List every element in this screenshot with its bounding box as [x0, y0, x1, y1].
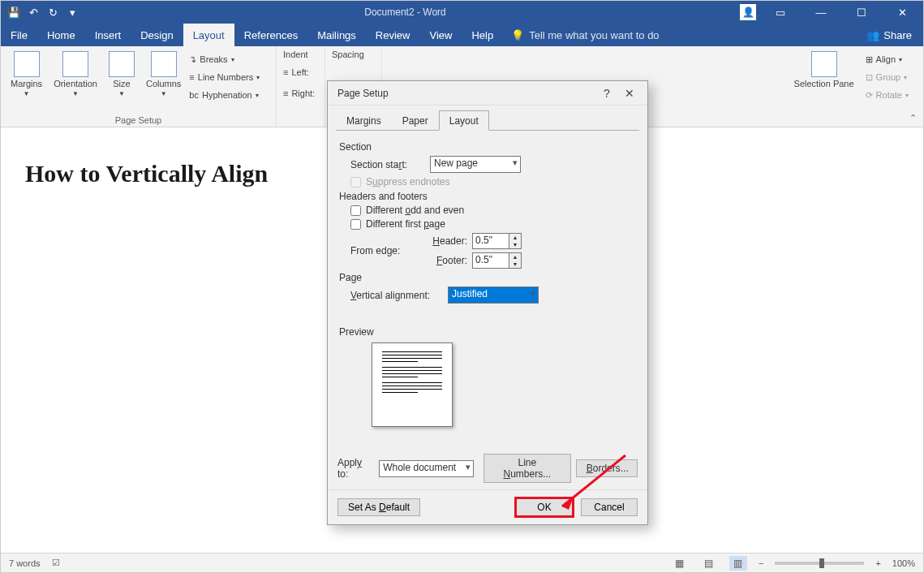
line-numbers-button-dlg[interactable]: Line Numbers...	[483, 454, 571, 483]
line-numbers-button[interactable]: ≡Line Numbers▾	[189, 69, 260, 85]
collapse-ribbon-icon[interactable]: ⌃	[909, 113, 917, 123]
header-label: Header:	[430, 235, 467, 247]
cancel-button[interactable]: Cancel	[581, 498, 638, 516]
footer-value[interactable]: 0.5"	[472, 252, 509, 269]
header-value[interactable]: 0.5"	[472, 233, 509, 249]
tab-file[interactable]: File	[1, 24, 37, 46]
ok-button[interactable]: OK	[516, 498, 573, 516]
share-button[interactable]: 👥 Share	[866, 29, 923, 41]
tab-references[interactable]: References	[234, 24, 307, 46]
columns-label: Columns	[146, 79, 181, 88]
chevron-down-icon: ▼	[118, 90, 125, 97]
qat-customize-icon[interactable]: ▾	[66, 6, 79, 19]
diff-odd-even-checkbox[interactable]	[350, 205, 361, 216]
tell-me-label: Tell me what you want to do	[529, 29, 659, 41]
margins-button[interactable]: Margins▼	[7, 50, 45, 99]
indent-left[interactable]: ≡Left:	[283, 64, 309, 80]
indent-right[interactable]: ≡Right:	[283, 85, 315, 101]
hyphenation-button[interactable]: bcHyphenation▾	[189, 87, 260, 103]
footer-label: Footer:	[430, 255, 467, 266]
zoom-level[interactable]: 100%	[892, 558, 915, 568]
borders-button[interactable]: Borders...	[576, 459, 638, 477]
diff-odd-even-label: Different odd and even	[366, 205, 464, 216]
word-count[interactable]: 7 words	[9, 558, 41, 568]
header-spinner[interactable]: 0.5"▲▼	[472, 233, 522, 249]
apply-to-select[interactable]: Whole document	[379, 460, 474, 477]
read-mode-icon[interactable]: ▦	[671, 556, 689, 571]
indent-right-label: Right:	[291, 88, 315, 98]
close-icon[interactable]: ✕	[886, 1, 918, 24]
dialog-tab-margins[interactable]: Margins	[336, 110, 392, 131]
columns-button[interactable]: Columns▼	[143, 50, 184, 99]
dialog-tab-layout[interactable]: Layout	[439, 110, 489, 131]
tab-layout[interactable]: Layout	[183, 24, 234, 46]
tab-home[interactable]: Home	[37, 24, 85, 46]
set-as-default-button[interactable]: Set As Default	[337, 498, 420, 516]
minimize-icon[interactable]: —	[805, 1, 837, 24]
vertical-alignment-label: Vertical alignment:	[350, 290, 441, 301]
section-start-select[interactable]: New page	[430, 156, 521, 173]
breaks-icon: ↴	[189, 54, 196, 65]
zoom-in-icon[interactable]: +	[875, 558, 880, 568]
user-avatar-icon[interactable]: 👤	[740, 4, 756, 20]
orientation-button[interactable]: Orientation▼	[50, 50, 101, 99]
align-button[interactable]: ⊞Align▾	[866, 51, 909, 67]
spacing-label: Spacing	[332, 50, 364, 59]
redo-icon[interactable]: ↻	[46, 6, 59, 19]
save-icon[interactable]: 💾	[7, 6, 20, 19]
spin-up-icon[interactable]: ▲	[509, 234, 521, 241]
line-numbers-icon: ≡	[189, 72, 194, 82]
diff-first-page-checkbox[interactable]	[350, 219, 361, 230]
tab-mailings[interactable]: Mailings	[307, 24, 366, 46]
hyphenation-icon: bc	[189, 90, 199, 100]
tab-help[interactable]: Help	[462, 24, 503, 46]
tab-insert[interactable]: Insert	[85, 24, 131, 46]
help-icon[interactable]: ?	[595, 84, 618, 103]
rotate-button: ⟳Rotate▾	[866, 87, 909, 103]
tell-me[interactable]: 💡 Tell me what you want to do	[511, 29, 659, 41]
chevron-down-icon: ▼	[72, 90, 79, 97]
zoom-slider[interactable]	[775, 562, 864, 565]
zoom-out-icon[interactable]: −	[759, 558, 763, 568]
rotate-icon: ⟳	[866, 90, 873, 101]
chevron-down-icon: ▼	[161, 90, 167, 97]
group-icon: ⊡	[866, 72, 873, 83]
indent-label: Indent	[283, 50, 308, 59]
tab-design[interactable]: Design	[131, 24, 183, 46]
suppress-endnotes-checkbox	[350, 177, 361, 187]
web-layout-icon[interactable]: ▥	[729, 556, 747, 571]
vertical-alignment-select[interactable]: Justified	[448, 286, 539, 304]
preview-heading: Preview	[339, 326, 636, 338]
ribbon-display-icon[interactable]: ▭	[764, 1, 797, 24]
dialog-tab-paper[interactable]: Paper	[392, 110, 439, 131]
spin-down-icon[interactable]: ▼	[509, 261, 521, 268]
footer-spinner[interactable]: 0.5"▲▼	[472, 252, 522, 269]
ribbon-tabs: File Home Insert Design Layout Reference…	[1, 24, 923, 46]
tab-view[interactable]: View	[419, 24, 462, 46]
spellcheck-icon[interactable]: ☑	[52, 558, 60, 568]
size-button[interactable]: Size▼	[105, 50, 138, 99]
share-label: Share	[883, 29, 912, 41]
margins-label: Margins	[11, 79, 42, 88]
align-icon: ⊞	[866, 54, 873, 65]
indent-left-label: Left:	[291, 67, 308, 77]
dialog-close-icon[interactable]: ✕	[618, 84, 641, 103]
preview-thumbnail	[372, 343, 453, 427]
orientation-label: Orientation	[54, 79, 97, 88]
maximize-icon[interactable]: ☐	[845, 1, 878, 24]
selection-pane-label: Selection Pane	[794, 79, 854, 88]
lightbulb-icon: 💡	[511, 29, 524, 41]
size-label: Size	[113, 79, 130, 88]
undo-icon[interactable]: ↶	[27, 6, 40, 19]
window-title: Document2 - Word	[79, 6, 732, 18]
spin-down-icon[interactable]: ▼	[509, 241, 521, 248]
page-heading: Page	[339, 272, 636, 283]
selection-pane-button[interactable]: Selection Pane	[791, 50, 857, 90]
page-setup-group-label: Page Setup	[7, 114, 269, 125]
spin-up-icon[interactable]: ▲	[509, 253, 521, 261]
tab-review[interactable]: Review	[366, 24, 420, 46]
breaks-button[interactable]: ↴Breaks▾	[189, 51, 260, 67]
diff-first-page-label: Different first page	[366, 218, 445, 230]
group-label: Group	[876, 72, 901, 82]
print-layout-icon[interactable]: ▤	[700, 556, 718, 571]
